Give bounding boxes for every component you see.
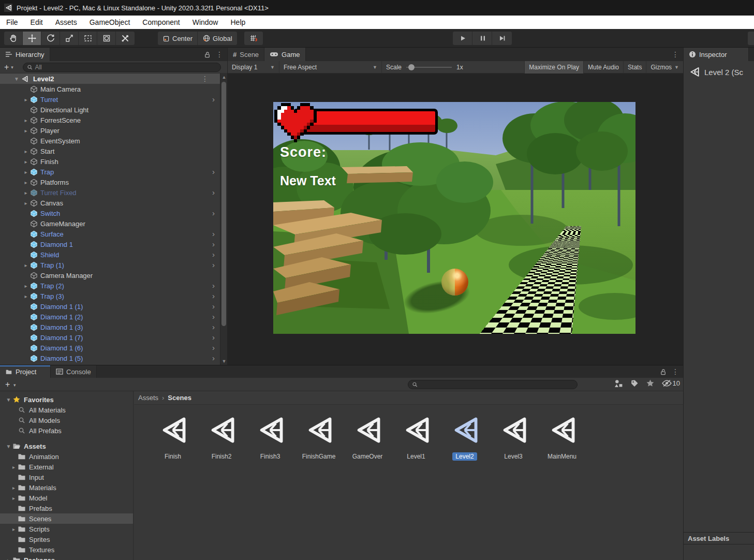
gizmos-dropdown[interactable]: Gizmos ▼ (646, 61, 683, 73)
tab-scene[interactable]: # Scene (228, 48, 264, 61)
folder-item-model[interactable]: ▸Model (0, 493, 133, 503)
rect-tool-button[interactable] (79, 32, 97, 45)
favorite-item-all-materials[interactable]: All Materials (0, 405, 133, 415)
folder-item-animation[interactable]: Animation (0, 451, 133, 462)
prefab-chevron-icon[interactable]: › (212, 229, 215, 238)
pivot-global-button[interactable]: Global (198, 32, 237, 45)
prefab-chevron-icon[interactable]: › (212, 188, 215, 197)
hierarchy-scene-row[interactable]: ▼ Level2⋮ (0, 73, 220, 84)
hierarchy-item-player[interactable]: ▸ Player (0, 125, 220, 136)
search-by-label-icon[interactable] (630, 379, 639, 388)
expander-open-icon[interactable]: ▼ (12, 76, 21, 82)
prefab-chevron-icon[interactable]: › (212, 291, 215, 300)
scroll-down-icon[interactable]: ▼ (220, 359, 228, 364)
grid-snap-button[interactable] (244, 32, 263, 45)
hierarchy-scrollbar[interactable]: ▲ ▼ (220, 73, 227, 365)
scene-menu-icon[interactable]: ⋮ (201, 75, 209, 83)
folder-item-packages[interactable]: ▸Packages (0, 555, 133, 560)
search-by-type-icon[interactable] (614, 379, 623, 388)
maximize-on-play-button[interactable]: Maximize On Play (525, 61, 584, 73)
hierarchy-item-canvas[interactable]: ▸ Canvas (0, 198, 220, 208)
prefab-chevron-icon[interactable]: › (212, 312, 215, 321)
hierarchy-item-diamond-1-5[interactable]: Diamond 1 (5)› (0, 353, 220, 363)
expander-icon[interactable]: ▸ (22, 283, 30, 289)
expander-open-icon[interactable]: ▼ (5, 444, 12, 449)
transform-tool-button[interactable] (97, 32, 116, 45)
mute-audio-button[interactable]: Mute Audio (584, 61, 624, 73)
hand-tool-button[interactable] (4, 32, 23, 45)
hierarchy-item-surface[interactable]: Surface› (0, 229, 220, 239)
assets-root[interactable]: ▼Assets (0, 441, 133, 451)
hierarchy-item-trap[interactable]: ▸ Trap› (0, 167, 220, 177)
folder-item-scenes[interactable]: Scenes (0, 513, 133, 524)
scene-asset-finish3[interactable]: Finish3 (246, 414, 294, 461)
hierarchy-item-diamond-1-6[interactable]: Diamond 1 (6)› (0, 343, 220, 353)
expander-icon[interactable]: ▸ (22, 293, 30, 299)
asset-labels-header[interactable]: Asset Labels (684, 532, 754, 544)
pause-button[interactable] (472, 32, 492, 45)
scene-asset-level3[interactable]: Level3 (489, 414, 538, 461)
prefab-chevron-icon[interactable]: › (212, 167, 215, 176)
expander-icon[interactable]: ▸ (22, 128, 30, 134)
hierarchy-item-trap-3[interactable]: ▸ Trap (3)› (0, 291, 220, 301)
expander-icon[interactable]: ▸ (10, 464, 18, 470)
hierarchy-item-switch[interactable]: Switch› (0, 208, 220, 218)
prefab-chevron-icon[interactable]: › (212, 333, 215, 342)
tab-hierarchy[interactable]: Hierarchy (0, 48, 50, 61)
hierarchy-item-main-camera[interactable]: Main Camera (0, 84, 220, 94)
breadcrumb-assets[interactable]: Assets (138, 394, 158, 402)
menu-item-assets[interactable]: Assets (49, 16, 83, 29)
menu-item-component[interactable]: Component (136, 16, 186, 29)
create-object-button[interactable]: + (4, 63, 9, 71)
favorites-header[interactable]: ▼Favorites (0, 394, 133, 405)
folder-item-sprites[interactable]: Sprites (0, 534, 133, 544)
expander-icon[interactable]: ▸ (10, 485, 18, 491)
hierarchy-item-diamond-1-3[interactable]: Diamond 1 (3)› (0, 322, 220, 332)
tab-console[interactable]: Console (51, 365, 97, 378)
tab-game[interactable]: Game (264, 48, 305, 61)
scene-asset-mainmenu[interactable]: MainMenu (538, 414, 586, 461)
scene-asset-level2[interactable]: Level2 (440, 414, 489, 461)
menu-item-edit[interactable]: Edit (24, 16, 49, 29)
project-search-field[interactable] (408, 380, 578, 389)
hierarchy-item-trap-2[interactable]: ▸ Trap (2)› (0, 281, 220, 291)
expander-icon[interactable]: ▸ (22, 149, 30, 154)
breadcrumb-scenes[interactable]: Scenes (168, 394, 191, 402)
expander-icon[interactable]: ▸ (22, 117, 30, 123)
prefab-chevron-icon[interactable]: › (212, 240, 215, 248)
hierarchy-item-shield[interactable]: Shield› (0, 249, 220, 260)
hierarchy-item-platforms[interactable]: ▸ Platforms (0, 177, 220, 187)
favorite-item-all-prefabs[interactable]: All Prefabs (0, 425, 133, 436)
menu-item-file[interactable]: File (0, 16, 24, 29)
hierarchy-search-input[interactable] (35, 64, 217, 71)
hierarchy-item-eventsystem[interactable]: EventSystem (0, 136, 220, 146)
folder-item-scripts[interactable]: ▸Scripts (0, 524, 133, 534)
hierarchy-item-finish[interactable]: ▸ Finish (0, 156, 220, 167)
expander-icon[interactable]: ▸ (10, 526, 18, 532)
hierarchy-item-diamond-1-7[interactable]: Diamond 1 (7)› (0, 332, 220, 343)
hierarchy-item-diamond-1[interactable]: Diamond 1› (0, 239, 220, 249)
hidden-packages-toggle[interactable]: 10 (662, 379, 680, 387)
scale-slider-thumb[interactable] (408, 64, 415, 70)
expander-icon[interactable]: ▸ (22, 169, 30, 175)
hierarchy-item-diamond-1-2[interactable]: Diamond 1 (2)› (0, 312, 220, 322)
step-button[interactable] (492, 32, 512, 45)
hierarchy-item-diamond-1-1[interactable]: Diamond 1 (1)› (0, 301, 220, 312)
hierarchy-item-camera-manager[interactable]: Camera Manager (0, 270, 220, 281)
tab-inspector[interactable]: Inspector (684, 48, 749, 61)
scene-asset-finish2[interactable]: Finish2 (197, 414, 246, 461)
expander-icon[interactable]: ▸ (22, 200, 30, 206)
menu-item-help[interactable]: Help (224, 16, 252, 29)
prefab-chevron-icon[interactable]: › (212, 281, 215, 290)
expander-icon[interactable]: ▸ (22, 262, 30, 268)
folder-item-materials[interactable]: ▸Materials (0, 482, 133, 493)
prefab-chevron-icon[interactable]: › (212, 95, 215, 104)
scene-asset-level1[interactable]: Level1 (392, 414, 440, 461)
menu-item-gameobject[interactable]: GameObject (83, 16, 137, 29)
scale-slider[interactable] (406, 67, 452, 68)
lock-icon[interactable] (660, 369, 667, 375)
hierarchy-scroll-thumb[interactable] (221, 82, 226, 326)
scroll-up-icon[interactable]: ▲ (220, 75, 228, 80)
prefab-chevron-icon[interactable]: › (212, 322, 215, 331)
project-menu-icon[interactable]: ⋮ (672, 367, 679, 376)
